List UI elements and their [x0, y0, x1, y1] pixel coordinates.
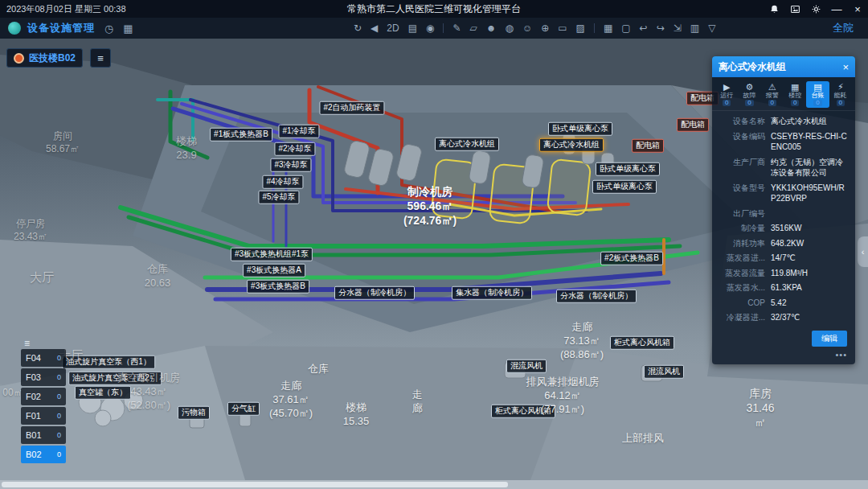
area-label: 停尸房23.43㎡	[14, 218, 47, 243]
panel-tab-energy[interactable]: ⚡能耗0	[829, 81, 852, 108]
close-icon[interactable]: ×	[852, 3, 863, 14]
equipment-label[interactable]: 配电箱	[677, 118, 709, 132]
settings-icon[interactable]	[810, 3, 821, 14]
equipment-label[interactable]: 集水器（制冷机房）	[452, 286, 532, 300]
equipment-label[interactable]: #5冷却泵	[258, 191, 299, 204]
panel-tab-ledger[interactable]: ▤台账0	[806, 81, 829, 108]
floor-item-f04[interactable]: F040	[21, 349, 66, 367]
floor-menu-icon[interactable]: ≡	[21, 338, 66, 349]
tool-undo-icon[interactable]: ↩	[640, 23, 648, 33]
equipment-label[interactable]: #2板式换热器B	[600, 252, 663, 265]
equipment-label[interactable]: 分气缸	[227, 402, 260, 416]
panel-tab-count: 0	[813, 100, 821, 106]
scope-selector[interactable]: 全院	[833, 21, 854, 35]
panel-tab-run[interactable]: ▶运行0	[715, 81, 738, 108]
floor-label: B01	[26, 430, 42, 440]
scrollbar-thumb[interactable]	[2, 482, 508, 487]
tool-rotate-left-icon[interactable]: ◀	[371, 23, 378, 33]
field-value: YKK1KOH95EWH/RP22BVRP	[771, 183, 849, 204]
tool-locate-icon[interactable]: ⊕	[541, 23, 549, 33]
minimize-icon[interactable]: —	[831, 3, 842, 14]
panel-field: COP5.42	[719, 298, 849, 309]
run-icon: ▶	[723, 83, 730, 92]
field-label: 蒸发器流量	[719, 268, 771, 279]
tool-mode-2d-icon[interactable]: 2D	[387, 23, 399, 33]
floor-item-f03[interactable]: F030	[21, 368, 66, 386]
tool-first-person-icon[interactable]: ☻	[486, 23, 497, 33]
panel-field: 生产厂商约克（无锡）空调冷冻设备有限公司	[719, 157, 849, 179]
equipment-label[interactable]: #1板式换热器B	[210, 128, 272, 142]
screenshot-icon[interactable]	[789, 3, 800, 14]
control-icon: ▦	[791, 83, 799, 92]
tool-statistics-icon[interactable]: ▨	[576, 23, 585, 33]
building-selector[interactable]: 医技楼B02	[6, 48, 83, 68]
tool-measure-area-icon[interactable]: ▱	[470, 23, 477, 33]
tool-annotate-icon[interactable]: ▭	[558, 23, 567, 33]
notifications-icon[interactable]	[768, 3, 780, 14]
tool-table-view-icon[interactable]: ▦	[604, 23, 612, 33]
field-value: 3516KW	[771, 223, 849, 234]
tool-visibility-icon[interactable]: ◉	[426, 23, 434, 33]
floor-count-badge: 0	[57, 392, 61, 401]
equipment-label[interactable]: 配电箱	[632, 139, 664, 153]
area-label: 00㎡	[2, 387, 23, 400]
equipment-label[interactable]: 混流风机	[644, 365, 684, 379]
tool-redo-icon[interactable]: ↪	[657, 23, 665, 33]
platform-title: 常熟市第二人民医院三维可视化管理平台	[0, 2, 868, 16]
equipment-label[interactable]: #4冷却泵	[262, 175, 303, 189]
tool-screen-view-icon[interactable]: ▢	[621, 23, 630, 33]
floor-item-b02[interactable]: B020	[21, 446, 66, 463]
equipment-label[interactable]: 卧式单级离心泵	[548, 122, 612, 136]
equipment-label[interactable]: 离心式冷水机组	[539, 138, 604, 152]
equipment-label[interactable]: #3冷却泵	[270, 158, 311, 172]
layout-icon[interactable]: ▦	[123, 23, 133, 35]
area-label-line: 房间	[46, 130, 80, 143]
panel-title: 离心式冷水机组	[719, 60, 786, 74]
equipment-label[interactable]: #3板式换热器B	[247, 280, 309, 294]
floor-item-b01[interactable]: B010	[21, 426, 66, 444]
building-menu-icon[interactable]: ≡	[90, 48, 111, 68]
equipment-label[interactable]: 分水器（制冷机房）	[556, 290, 637, 303]
floor-item-f01[interactable]: F010	[21, 407, 66, 425]
more-options-button[interactable]: •••	[835, 350, 847, 360]
panel-field: 蒸发器进...14/7℃	[719, 253, 849, 264]
floor-count-badge: 0	[57, 373, 61, 381]
panel-tab-alarm[interactable]: ⚠报警0	[761, 81, 784, 108]
equipment-label[interactable]: 污物箱	[178, 406, 210, 420]
equipment-label[interactable]: #2冷却泵	[274, 142, 315, 156]
tool-roam-icon[interactable]: ☺	[522, 23, 532, 33]
area-label-line: 23.9	[176, 149, 197, 162]
equipment-label[interactable]: #1冷却泵	[278, 125, 319, 138]
tool-globe-view-icon[interactable]: ◍	[505, 23, 513, 33]
tool-filter-icon[interactable]: ▽	[708, 23, 715, 33]
panel-tab-control[interactable]: ▦楼控0	[784, 81, 806, 108]
tool-draw-icon[interactable]: ✎	[452, 23, 461, 33]
time-icon[interactable]: ◷	[104, 23, 113, 35]
tool-fullscreen-icon[interactable]: ⇲	[674, 23, 682, 33]
equipment-label[interactable]: 卧式单级离心泵	[592, 180, 657, 194]
equipment-label[interactable]: 混流风机	[506, 360, 547, 373]
panel-tab-fault[interactable]: ⚙故障0	[738, 81, 760, 108]
equipment-label[interactable]: 卧式单级离心泵	[596, 162, 660, 176]
area-label-line: 73.13㎡	[560, 335, 604, 348]
area-label-line: 仓库	[145, 263, 171, 277]
area-label-line: (45.70㎡)	[269, 406, 313, 420]
equipment-label[interactable]: 离心式冷水机组	[435, 138, 499, 151]
app-title: 设备设施管理	[27, 21, 95, 35]
edit-button[interactable]: 编辑	[812, 331, 847, 347]
panel-collapse-handle[interactable]: ‹	[858, 236, 868, 267]
tool-split-view-icon[interactable]: ▥	[690, 23, 699, 33]
equipment-label[interactable]: 柜式离心风机箱	[610, 336, 674, 350]
tool-reset-view-icon[interactable]: ↻	[354, 23, 362, 33]
equipment-label[interactable]: 分水器（制冷机房）	[334, 286, 415, 300]
tool-layer-list-icon[interactable]: ▤	[408, 23, 417, 33]
equipment-label[interactable]: #2自动加药装置	[319, 101, 384, 115]
equipment-label[interactable]: #3板式换热机组#1泵	[231, 248, 313, 261]
field-label: 消耗功率	[719, 238, 771, 249]
horizontal-scrollbar[interactable]	[0, 480, 868, 489]
equipment-label[interactable]: #3板式换热器A	[243, 264, 305, 277]
field-label: 出厂编号	[719, 208, 771, 220]
panel-close-icon[interactable]: ×	[842, 61, 849, 73]
panel-field: 出厂编号	[719, 208, 849, 220]
floor-item-f02[interactable]: F020	[21, 388, 66, 405]
